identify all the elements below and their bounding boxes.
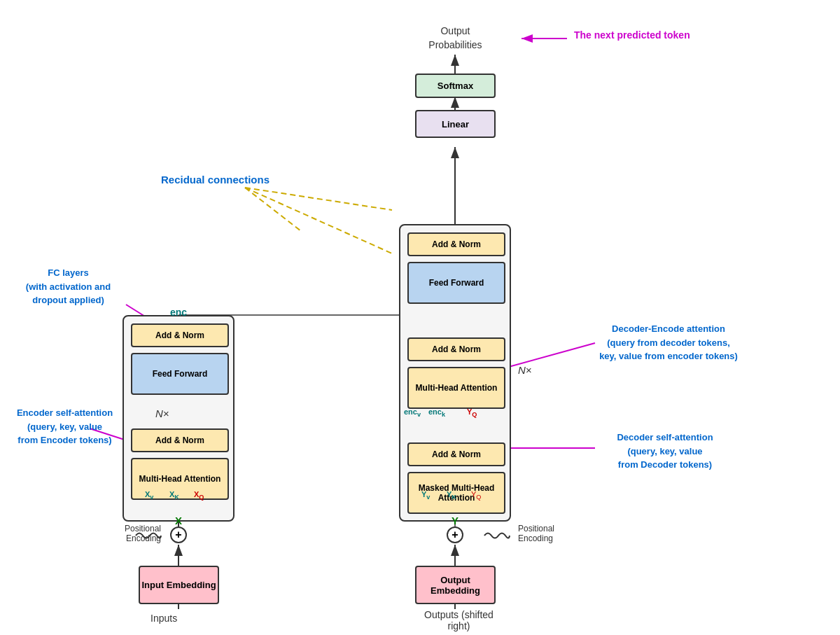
encoder-feed-forward: Feed Forward bbox=[131, 353, 229, 395]
encoder-add-norm-top: Add & Norm bbox=[131, 323, 229, 347]
encoder-positional-encoding-label: Positional Encoding bbox=[98, 524, 161, 543]
xv-label: Xv bbox=[145, 490, 153, 501]
inputs-label: Inputs bbox=[150, 613, 177, 624]
nx-encoder-label: N× bbox=[155, 407, 169, 419]
diagram-container: enc Add & Norm Feed Forward Add & Norm M… bbox=[0, 0, 840, 635]
decoder-positional-plus: + bbox=[447, 526, 463, 543]
decoder-encoder-attention-label: Decoder-Encode attention (query from dec… bbox=[598, 322, 738, 363]
softmax-box: Softmax bbox=[415, 74, 496, 98]
decoder-add-norm-top: Add & Norm bbox=[407, 232, 505, 256]
svg-line-53 bbox=[245, 188, 392, 210]
x-label: X bbox=[175, 515, 182, 526]
decoder-outer-box: Add & Norm Feed Forward Add & Norm Multi… bbox=[399, 224, 511, 522]
next-predicted-token-label: The next predicted token bbox=[574, 29, 690, 41]
fc-layers-label: FC layers (with activation and dropout a… bbox=[14, 266, 122, 307]
encoder-label: enc bbox=[170, 307, 187, 318]
yk-label: YK bbox=[447, 490, 456, 501]
decoder-feed-forward: Feed Forward bbox=[407, 262, 505, 304]
outputs-label: Outputs (shifted right) bbox=[419, 609, 499, 631]
input-embedding-box: Input Embedding bbox=[139, 566, 219, 604]
svg-line-54 bbox=[245, 188, 392, 253]
decoder-multi-head-attention: Multi-Head Attention bbox=[407, 367, 505, 409]
decoder-enc-label-2: enck bbox=[428, 407, 445, 418]
encoder-positional-plus: + bbox=[170, 526, 187, 543]
encoder-self-attention-label: Encoder self-attention (query, key, valu… bbox=[10, 406, 119, 447]
nx-decoder-label: N× bbox=[518, 364, 532, 376]
y-label: Y bbox=[451, 515, 458, 526]
encoder-add-norm-bottom: Add & Norm bbox=[131, 428, 229, 452]
svg-line-52 bbox=[245, 188, 301, 231]
xq-label: XQ bbox=[194, 490, 204, 501]
decoder-positional-wave bbox=[483, 529, 511, 542]
linear-box: Linear bbox=[415, 110, 496, 138]
decoder-yq-label: YQ bbox=[467, 407, 477, 418]
decoder-self-attention-label: Decoder self-attention (query, key, valu… bbox=[598, 431, 732, 472]
yv-label: Yv bbox=[421, 490, 430, 501]
output-embedding-box: Output Embedding bbox=[415, 566, 496, 604]
decoder-add-norm-bottom: Add & Norm bbox=[407, 442, 505, 466]
output-probabilities-label: Output Probabilities bbox=[415, 25, 496, 52]
residual-connections-label: Recidual connections bbox=[161, 174, 270, 186]
yq-label: YQ bbox=[471, 490, 481, 501]
decoder-positional-encoding-label: Positional Encoding bbox=[518, 524, 581, 543]
xk-label: XK bbox=[169, 490, 179, 501]
decoder-add-norm-middle: Add & Norm bbox=[407, 337, 505, 361]
decoder-enc-label-1: encv bbox=[404, 407, 421, 418]
